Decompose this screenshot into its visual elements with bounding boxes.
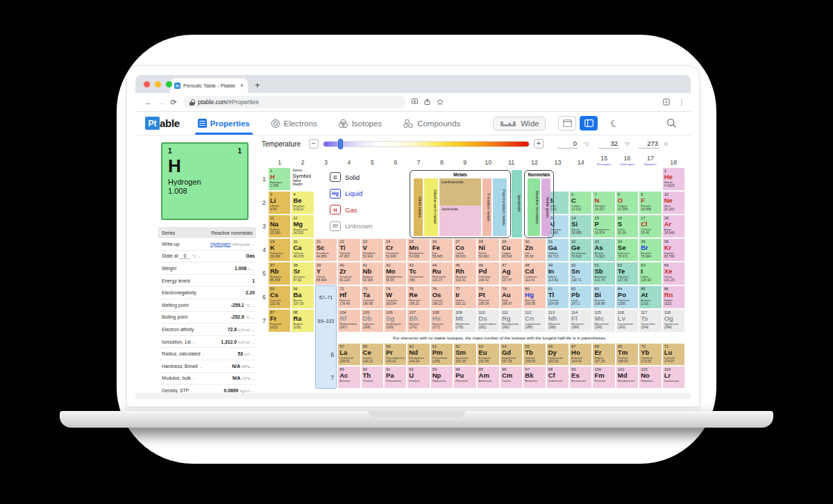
- dark-mode-icon[interactable]: ☾: [609, 117, 621, 130]
- search-icon[interactable]: [666, 118, 677, 128]
- element-cell[interactable]: 68ErErbium167.26: [592, 343, 615, 366]
- chevron-down-icon[interactable]: ⌄: [251, 242, 255, 246]
- element-cell[interactable]: 110DsDarmstadtium(281): [477, 309, 500, 333]
- element-cell[interactable]: 14SiSilicon28.085: [569, 215, 592, 238]
- new-tab-button[interactable]: +: [255, 80, 260, 90]
- element-cell[interactable]: 115McMoscovium(290): [592, 309, 615, 333]
- card-layout-button[interactable]: [558, 116, 576, 131]
- category-reactive-nonmetals[interactable]: Reactive nonmetals: [528, 178, 540, 236]
- ptable-logo[interactable]: Pt able: [145, 117, 180, 130]
- element-cell[interactable]: 4BeBeryllium9.0122: [291, 191, 314, 215]
- element-cell[interactable]: 48CdCadmium112.41: [523, 262, 546, 285]
- property-value[interactable]: Hydrogen: [210, 242, 230, 246]
- chevron-down-icon[interactable]: ⌄: [251, 303, 255, 308]
- category-actinoids[interactable]: Actinoids: [439, 205, 481, 236]
- element-cell[interactable]: 82PbLead207.2: [569, 285, 592, 309]
- element-cell[interactable]: 101MdMendelevium: [616, 366, 639, 389]
- element-cell[interactable]: 53IIodine126.90: [639, 262, 662, 285]
- property-inline-input[interactable]: 0: [179, 253, 190, 259]
- browser-tab[interactable]: Pt Periodic Table - Ptable ×: [170, 78, 248, 93]
- element-cell[interactable]: 23VVanadium50.942: [361, 238, 384, 262]
- element-cell[interactable]: 10NeNeon20.180: [662, 191, 685, 215]
- element-cell[interactable]: 27CoCobalt58.933: [453, 238, 476, 262]
- element-cell[interactable]: 78PtPlatinum195.08: [477, 285, 500, 309]
- category-alkaline-earth[interactable]: Alkaline earth metals: [424, 178, 438, 236]
- element-cell[interactable]: 7NNitrogen14.007: [592, 191, 615, 215]
- element-cell[interactable]: 97BkBerkelium: [523, 366, 546, 389]
- element-cell[interactable]: 39YYttrium88.906: [314, 262, 337, 285]
- chevron-down-icon[interactable]: ⌄: [251, 376, 255, 380]
- element-cell[interactable]: 43TcTechnetium(98): [407, 262, 430, 285]
- element-cell[interactable]: 49InIndium114.82: [546, 262, 569, 285]
- element-cell[interactable]: 112CnCopernicium(285): [523, 309, 546, 333]
- element-cell[interactable]: 38SrStrontium87.62: [291, 262, 314, 285]
- category-post-transition[interactable]: Post-transition metals: [493, 178, 507, 236]
- element-cell[interactable]: 21ScScandium44.956: [314, 238, 337, 262]
- element-cell[interactable]: 16SSulfur32.06: [616, 215, 639, 238]
- element-cell[interactable]: 75ReRhenium186.21: [407, 285, 430, 309]
- tab-isotopes[interactable]: Isotopes: [338, 112, 382, 135]
- chevron-down-icon[interactable]: ⌄: [251, 352, 255, 356]
- celsius-input[interactable]: 0: [557, 140, 578, 149]
- element-cell[interactable]: 61PmPromethium(145): [430, 343, 453, 366]
- category-noble-gases[interactable]: Noble gases: [541, 178, 550, 236]
- element-cell[interactable]: 65TbTerbium158.93: [523, 343, 546, 366]
- element-cell[interactable]: 54XeXenon131.29: [662, 262, 685, 285]
- element-cell[interactable]: 87FrFrancium(223): [268, 309, 291, 333]
- element-cell[interactable]: 25MnManganese54.938: [407, 238, 430, 262]
- back-button[interactable]: ←: [142, 98, 155, 106]
- element-cell[interactable]: 79AuGold196.97: [500, 285, 523, 309]
- element-cell[interactable]: 1HHydrogen1.008: [268, 167, 291, 191]
- element-cell[interactable]: 90ThThorium: [361, 366, 384, 389]
- chevron-down-icon[interactable]: ⌄: [199, 364, 203, 369]
- url-bar[interactable]: ptable.com/#Properties: [184, 96, 406, 108]
- temperature-slider[interactable]: [323, 141, 530, 147]
- category-alkali-metals[interactable]: Alkali metals: [414, 178, 423, 236]
- element-cell[interactable]: 45RhRhodium102.91: [453, 262, 476, 285]
- temperature-plus-button[interactable]: +: [534, 139, 544, 149]
- element-cell[interactable]: 52TeTellurium127.60: [616, 262, 639, 285]
- selected-element-card[interactable]: 1 1 H Hydrogen 1.008: [161, 142, 249, 220]
- element-cell[interactable]: 104RfRutherfordium(267): [337, 309, 360, 333]
- element-cell[interactable]: 116LvLivermorium(293): [616, 309, 639, 333]
- element-cell[interactable]: 44RuRuthenium101.07: [430, 262, 453, 285]
- element-cell[interactable]: 118OgOganesson(294): [662, 309, 685, 333]
- maximize-window-button[interactable]: [166, 81, 172, 87]
- element-cell[interactable]: 100FmFermium: [592, 366, 615, 389]
- reload-button[interactable]: ⟳: [167, 98, 180, 107]
- lanthanide-placeholder[interactable]: 57–71: [314, 285, 337, 309]
- actinide-placeholder[interactable]: 89–103: [314, 309, 337, 333]
- element-cell[interactable]: 114FlFlerovium(289): [569, 309, 592, 333]
- element-cell[interactable]: 80HgMercury200.59: [523, 285, 546, 309]
- chevron-down-icon[interactable]: ⌄: [251, 315, 255, 319]
- element-cell[interactable]: 24CrChromium51.996: [384, 238, 407, 262]
- chevron-down-icon[interactable]: ⌄: [202, 352, 205, 356]
- element-cell[interactable]: 12MgMagnesium24.305: [291, 215, 314, 238]
- element-cell[interactable]: 63EuEuropium151.96: [477, 343, 500, 366]
- element-cell[interactable]: 57LaLanthanum138.91: [337, 343, 360, 366]
- element-cell[interactable]: 84PoPolonium(209): [616, 285, 639, 309]
- element-cell[interactable]: 99EsEinsteinium: [569, 366, 592, 389]
- element-cell[interactable]: 20CaCalcium40.078: [291, 238, 314, 262]
- element-cell[interactable]: 9FFluorine18.998: [639, 191, 662, 215]
- element-cell[interactable]: 30ZnZinc65.38: [523, 238, 546, 262]
- element-cell[interactable]: 3LiLithium6.94: [268, 191, 291, 215]
- element-cell[interactable]: 106SgSeaborgium(269): [384, 309, 407, 333]
- element-cell[interactable]: 66DyDysprosium162.50: [546, 343, 569, 366]
- temperature-minus-button[interactable]: −: [309, 139, 319, 149]
- share-icon[interactable]: [424, 99, 430, 105]
- element-cell[interactable]: 31GaGallium69.723: [546, 238, 569, 262]
- chevron-down-icon[interactable]: ⌄: [251, 267, 255, 271]
- chevron-down-icon[interactable]: ⌄: [251, 328, 255, 332]
- save-page-icon[interactable]: [663, 99, 670, 106]
- category-lanthanoids[interactable]: Lanthanoids: [439, 178, 481, 205]
- element-cell[interactable]: 64GdGadolinium157.25: [500, 343, 523, 366]
- element-cell[interactable]: 60NdNeodymium144.24: [407, 343, 430, 366]
- element-cell[interactable]: 91PaProtactinium: [384, 366, 407, 389]
- element-cell[interactable]: 47AgSilver107.87: [500, 262, 523, 285]
- element-cell[interactable]: 70YbYtterbium173.05: [639, 343, 662, 366]
- element-cell[interactable]: 105DbDubnium(268): [361, 309, 384, 333]
- element-cell[interactable]: 26FeIron55.845: [430, 238, 453, 262]
- sidebar-layout-button[interactable]: [580, 116, 598, 131]
- element-cell[interactable]: 74WTungsten183.84: [384, 285, 407, 309]
